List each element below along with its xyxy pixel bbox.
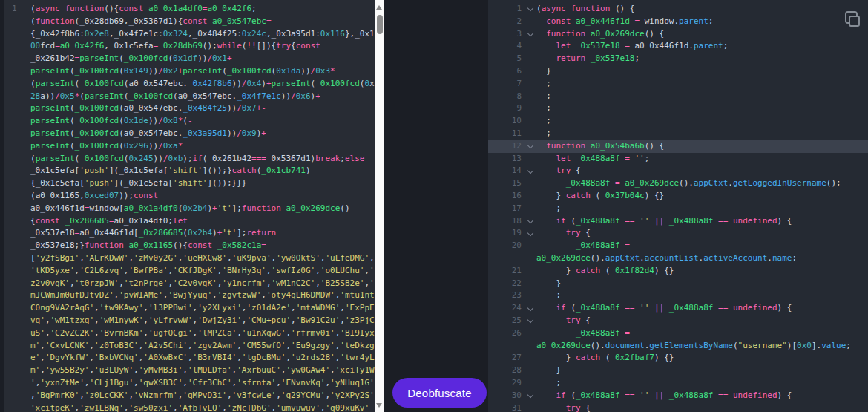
code-line[interactable]: 30 if (_0x488a8f == '' || _0x488a8f == u… [488,390,868,402]
code-line[interactable]: 15 _0x488a8f = a0_0x269dce().appCtxt.get… [488,177,868,190]
code-line[interactable]: 8 ; [488,91,868,103]
fold-spacer [524,340,536,353]
code-line[interactable]: C0ng9VA2rAqG','tw9KAwy','l3PPBwi','y2XLy… [4,302,375,315]
code-line[interactable]: {_0x1c5efa['push'](_0x1c5efa['shift']())… [4,177,375,190]
code-line[interactable]: 13 let _0x488a8f = ''; [488,153,868,166]
code-line[interactable]: 'tKD5yxe','C2L6zvq','BwfPBa','CKfJDgK','… [4,265,375,278]
line-number: 4 [488,40,524,53]
code-line-wrap[interactable]: a0_0x269dce().appCtxt.accountList.active… [488,252,868,265]
code-line[interactable]: 25 try { [488,315,868,327]
deobfuscated-code-editor[interactable]: 1(async function () {2 const a0_0x446f1d… [488,0,868,412]
code-line[interactable]: parseInt(_0x100fcd(a0_0x547ebc._0x3a95d1… [4,128,375,140]
code-line[interactable]: 2 const a0_0x446f1d = window.parent; [488,16,868,28]
code-line[interactable]: 'xcitpeK','zw1LBNq','sw50zxi','AfbTvLQ',… [4,402,375,412]
code-line[interactable]: z2v0vgK','t0rzpJW','t2nPrge','C2v0vgK','… [4,278,375,290]
line-number [4,215,30,228]
scrollbar-down-arrow-icon[interactable] [376,403,382,408]
line-number: 17 [488,203,524,215]
code-line[interactable]: 14 try { [488,165,868,177]
code-line[interactable]: 10 ; [488,115,868,128]
fold-chevron-icon[interactable] [524,165,536,177]
code-line[interactable]: {_0x42f8b6:0x2e8,_0x4f7e1c:0x324,_0x484f… [4,28,375,41]
code-line[interactable]: 21 } catch (_0x1f82d4) {} [488,265,868,278]
code-line[interactable]: 7 ; [488,78,868,91]
code-line[interactable]: _0x1c5efa['push'](_0x1c5efa['shift']());… [4,165,375,177]
code-line[interactable]: {const _0x286685=a0_0x1a4df0;let [4,215,375,228]
line-number [488,340,524,353]
scrollbar-up-arrow-icon[interactable] [376,5,382,10]
line-number: 23 [488,290,524,302]
code-line[interactable]: _0x537e18;}function a0_0x1165(){const _0… [4,240,375,252]
deobfuscate-button[interactable]: Deobfuscate [392,378,487,408]
code-line[interactable]: 9 ; [488,102,868,115]
line-number: 20 [488,240,524,252]
code-line[interactable]: e','DgvYkfW','BxbVCNq','A0XwBxC','B3rVBI… [4,352,375,364]
fold-chevron-icon[interactable] [524,302,536,315]
code-line[interactable]: (parseInt(_0x100fcd(0x245))/0xb);if(_0x2… [4,153,375,166]
code-line[interactable]: parseInt(_0x100fcd(0x149))/0x2+parseInt(… [4,65,375,78]
code-line[interactable]: 27 } catch (_0x2fbaf7) {} [488,352,868,364]
code-line[interactable]: 17 ; [488,203,868,215]
code-line[interactable]: 00fcd=a0_0x42f6,_0x1c5efa=_0x28db69();wh… [4,40,375,53]
code-line[interactable]: 31 try { [488,402,868,412]
code-line[interactable]: 18 if (_0x488a8f == '' || _0x488a8f == u… [488,215,868,228]
code-line[interactable]: a0_0x446f1d=window[a0_0x1a4df0(0x2b4)+'t… [4,203,375,215]
code-line[interactable]: uS','C2vZC2K','BvrnBKm','ugfQCgi','lMPZC… [4,327,375,340]
fold-chevron-icon[interactable] [524,227,536,240]
code-line[interactable]: 3 function a0_0x269dce() { [488,28,868,41]
code-line[interactable]: 11 ; [488,128,868,140]
code-line[interactable]: 22 } [488,278,868,290]
fold-spacer [524,377,536,390]
code-line[interactable]: (function(_0x28db69,_0x5367d1){const a0_… [4,16,375,28]
code-line[interactable]: ['y2fSBgi','ALrKDwW','zMv0y2G','ueHXCw8'… [4,252,375,265]
code-line[interactable]: 28 } [488,364,868,377]
fold-spacer [524,252,536,265]
code-line[interactable]: _0x537e18=a0_0x446f1d[_0x286685(0x2b4)+'… [4,227,375,240]
line-number [4,16,30,28]
code-line[interactable]: 20 _0x488a8f = [488,240,868,252]
fold-chevron-icon[interactable] [524,315,536,327]
code-line[interactable]: _0x261b42=parseInt(_0x100fcd(0x1df))/0x1… [4,53,375,65]
code-line[interactable]: 1(async function(){const a0_0x1a4df0=a0_… [4,3,375,16]
code-line[interactable]: (parseInt(_0x100fcd(a0_0x547ebc._0x42f8b… [4,78,375,91]
code-line[interactable]: 28a))/0x5*(parseInt(_0x100fcd(a0_0x547eb… [4,91,375,103]
code-line[interactable]: 23 ; [488,290,868,302]
code-line[interactable]: mJCWmJm0ufDJtvDZ','pvWIAMe','BwjYyuq','z… [4,290,375,302]
fold-chevron-icon[interactable] [524,140,536,153]
code-line[interactable]: 6 } [488,65,868,78]
code-line[interactable]: parseInt(_0x100fcd(0x1de))/0x8*(- [4,115,375,128]
code-line[interactable]: 26 _0x488a8f = [488,327,868,340]
code-line[interactable]: vq','wM1tzxq','wM1nywK','yLfrvwW','DwjZy… [4,315,375,327]
fold-chevron-icon[interactable] [524,28,536,41]
line-number: 27 [488,352,524,364]
fold-spacer [524,327,536,340]
code-line-wrap[interactable]: a0_0x269dce().document.getElementsByName… [488,340,868,353]
line-number [4,53,30,65]
line-number: 14 [488,165,524,177]
code-line[interactable]: parseInt(_0x100fcd(a0_0x547ebc._0x484f25… [4,102,375,115]
code-line[interactable]: ,'BgPmrK0','z0LcCKK','vNzmrfm','qMPvD3i'… [4,390,375,402]
scrollbar-thumb[interactable] [377,15,383,34]
code-line[interactable]: 24 if (_0x488a8f == '' || _0x488a8f == u… [488,302,868,315]
code-line[interactable]: m','CxvLCNK','z0ToB3C','A2v5Chi','zgv2Aw… [4,340,375,353]
fold-chevron-icon[interactable] [524,3,536,16]
left-editor-scrollbar[interactable] [375,0,384,412]
code-line[interactable]: (a0_0x1165,0xced07));const [4,190,375,203]
code-line[interactable]: parseInt(_0x100fcd(0x296))/0xa* [4,140,375,153]
code-line[interactable]: 5 return _0x537e18; [488,53,868,65]
line-number: 3 [488,28,524,41]
code-line[interactable]: ','yxnZtMe','CLj1Bgu','qwXSB3C','Cfr3ChC… [4,377,375,390]
code-line[interactable]: 12 function a0_0x54ba6b() { [488,140,868,153]
code-line[interactable]: 19 try { [488,227,868,240]
obfuscated-code-editor[interactable]: 1(async function(){const a0_0x1a4df0=a0_… [4,0,375,412]
code-line[interactable]: m','yw55B2y','u3LUyW','yMvMB3i','lMDLDfa… [4,364,375,377]
code-line[interactable]: 4 let _0x537e18 = a0_0x446f1d.parent; [488,40,868,53]
fold-spacer [524,352,536,364]
copy-icon[interactable] [844,11,861,29]
code-line[interactable]: 16 } catch (_0x37b04c) {} [488,190,868,203]
fold-chevron-icon[interactable] [524,215,536,228]
line-number [4,177,30,190]
fold-chevron-icon[interactable] [524,390,536,402]
code-line[interactable]: 1(async function () { [488,3,868,16]
code-line[interactable]: 29 ; [488,377,868,390]
